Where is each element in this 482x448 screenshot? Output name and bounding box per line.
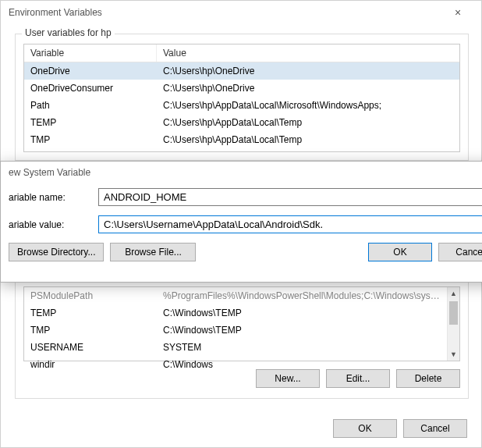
cell-value: C:\Users\hp\AppData\Local\Microsoft\Wind… — [157, 98, 459, 112]
scroll-up-icon[interactable]: ▲ — [448, 287, 459, 300]
variable-value-input[interactable] — [98, 215, 482, 233]
user-variables-table[interactable]: Variable Value OneDriveC:\Users\hp\OneDr… — [23, 44, 460, 152]
scrollbar[interactable]: ▲ ▼ — [447, 287, 459, 361]
user-group-label: User variables for hp — [22, 27, 115, 38]
cell-value: SYSTEM — [157, 340, 447, 354]
new-system-variable-dialog: ew System Variable › ariable name: ariab… — [0, 161, 482, 283]
close-icon[interactable]: × — [442, 6, 473, 19]
cell-variable: Path — [24, 98, 157, 112]
modal-titlebar: ew System Variable › — [1, 162, 482, 183]
table-row[interactable]: PathC:\Users\hp\AppData\Local\Microsoft\… — [24, 97, 459, 114]
cell-variable: PSModulePath — [24, 289, 157, 303]
table-row[interactable]: PSModulePath%ProgramFiles%\WindowsPowerS… — [24, 287, 447, 304]
variable-name-input[interactable] — [98, 188, 482, 206]
table-header: Variable Value — [24, 44, 459, 62]
user-variables-group: User variables for hp Variable Value One… — [15, 34, 469, 161]
cell-variable: OneDriveConsumer — [24, 81, 157, 95]
modal-buttons-row: Browse Directory... Browse File... OK Ca… — [9, 243, 482, 261]
titlebar: Environment Variables × — [1, 1, 481, 24]
cell-variable: OneDrive — [24, 64, 157, 78]
cell-value: C:\Windows\TEMP — [157, 323, 447, 337]
cell-value: C:\Users\hp\AppData\Local\Temp — [157, 116, 459, 130]
cell-variable: TEMP — [24, 116, 157, 130]
cancel-button[interactable]: Cancel — [403, 419, 467, 438]
scroll-down-icon[interactable]: ▼ — [448, 348, 459, 361]
window-title: Environment Variables — [9, 7, 102, 18]
cell-value: C:\Users\hp\AppData\Local\Temp — [157, 133, 459, 147]
modal-cancel-button[interactable]: Cancel — [438, 243, 482, 261]
column-variable[interactable]: Variable — [24, 44, 157, 62]
cell-variable: TEMP — [24, 306, 157, 320]
ok-button[interactable]: OK — [333, 419, 397, 438]
table-row[interactable]: windirC:\Windows — [24, 356, 447, 373]
cell-value: C:\Users\hp\OneDrive — [157, 64, 459, 78]
content-area: User variables for hp Variable Value One… — [1, 24, 481, 178]
table-row[interactable]: OneDriveC:\Users\hp\OneDrive — [24, 62, 459, 80]
cell-value: %ProgramFiles%\WindowsPowerShell\Modules… — [157, 289, 447, 303]
bottom-buttons: OK Cancel — [333, 419, 467, 438]
cell-value: C:\Users\hp\OneDrive — [157, 81, 459, 95]
scrollbar-thumb[interactable] — [449, 301, 458, 325]
cell-variable: TMP — [24, 133, 157, 147]
column-value[interactable]: Value — [157, 44, 459, 62]
browse-directory-button[interactable]: Browse Directory... — [9, 243, 104, 261]
table-row[interactable]: TMPC:\Windows\TEMP — [24, 322, 447, 339]
cell-variable: TMP — [24, 323, 157, 337]
table-row[interactable]: TMPC:\Users\hp\AppData\Local\Temp — [24, 131, 459, 148]
browse-file-button[interactable]: Browse File... — [110, 243, 196, 261]
modal-title: ew System Variable — [9, 167, 90, 178]
cell-variable: USERNAME — [24, 340, 157, 354]
table-row[interactable]: TEMPC:\Windows\TEMP — [24, 304, 447, 322]
cell-value: C:\Windows — [157, 357, 447, 372]
table-row[interactable]: USERNAMESYSTEM — [24, 339, 447, 356]
variable-value-row: ariable value: — [9, 215, 482, 233]
variable-name-row: ariable name: — [9, 188, 482, 206]
cell-value: C:\Windows\TEMP — [157, 306, 447, 320]
table-row[interactable]: OneDriveConsumerC:\Users\hp\OneDrive — [24, 80, 459, 97]
table-row[interactable]: TEMPC:\Users\hp\AppData\Local\Temp — [24, 114, 459, 131]
variable-name-label: ariable name: — [9, 192, 98, 203]
system-variables-group: PSModulePath%ProgramFiles%\WindowsPowerS… — [15, 282, 469, 399]
variable-value-label: ariable value: — [9, 219, 98, 230]
system-variables-table[interactable]: PSModulePath%ProgramFiles%\WindowsPowerS… — [23, 286, 460, 361]
cell-variable: windir — [24, 357, 157, 372]
modal-ok-button[interactable]: OK — [368, 243, 432, 261]
